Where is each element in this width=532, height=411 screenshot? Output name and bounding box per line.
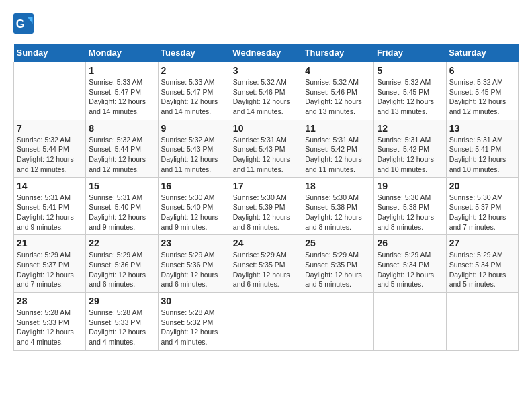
day-info: Sunrise: 5:29 AMSunset: 5:36 PMDaylight:… — [89, 250, 154, 289]
calendar-cell — [14, 62, 86, 120]
day-info: Sunrise: 5:30 AMSunset: 5:38 PMDaylight:… — [377, 193, 443, 232]
day-info: Sunrise: 5:33 AMSunset: 5:47 PMDaylight:… — [161, 77, 227, 117]
calendar-cell: 5Sunrise: 5:32 AMSunset: 5:45 PMDaylight… — [374, 62, 446, 120]
calendar-cell: 19Sunrise: 5:30 AMSunset: 5:38 PMDayligh… — [374, 177, 446, 235]
day-info: Sunrise: 5:33 AMSunset: 5:47 PMDaylight:… — [89, 77, 154, 117]
calendar-cell — [302, 293, 374, 351]
day-number: 28 — [17, 295, 83, 306]
day-number: 19 — [377, 181, 443, 191]
calendar-header-saturday: Saturday — [446, 44, 518, 62]
logo: G — [13, 13, 36, 34]
day-info: Sunrise: 5:30 AMSunset: 5:37 PMDaylight:… — [449, 193, 515, 232]
calendar-cell: 29Sunrise: 5:28 AMSunset: 5:33 PMDayligh… — [86, 293, 158, 351]
day-number: 24 — [233, 238, 299, 248]
day-info: Sunrise: 5:30 AMSunset: 5:39 PMDaylight:… — [233, 193, 299, 232]
calendar-week-row: 14Sunrise: 5:31 AMSunset: 5:41 PMDayligh… — [14, 177, 519, 235]
day-number: 30 — [161, 295, 227, 306]
day-info: Sunrise: 5:32 AMSunset: 5:45 PMDaylight:… — [449, 77, 515, 117]
day-info: Sunrise: 5:29 AMSunset: 5:34 PMDaylight:… — [377, 250, 443, 289]
day-number: 10 — [233, 123, 299, 134]
calendar-cell: 13Sunrise: 5:31 AMSunset: 5:41 PMDayligh… — [446, 120, 518, 177]
day-info: Sunrise: 5:30 AMSunset: 5:40 PMDaylight:… — [161, 193, 227, 232]
day-number: 22 — [89, 238, 154, 248]
day-number: 11 — [305, 123, 371, 134]
calendar-header-monday: Monday — [86, 44, 158, 62]
calendar-cell: 22Sunrise: 5:29 AMSunset: 5:36 PMDayligh… — [86, 235, 158, 293]
day-number: 4 — [305, 65, 371, 76]
calendar-cell: 30Sunrise: 5:28 AMSunset: 5:32 PMDayligh… — [158, 293, 230, 351]
day-info: Sunrise: 5:29 AMSunset: 5:36 PMDaylight:… — [161, 250, 227, 289]
day-number: 25 — [305, 238, 371, 248]
day-number: 13 — [449, 123, 515, 134]
day-info: Sunrise: 5:28 AMSunset: 5:33 PMDaylight:… — [89, 308, 154, 347]
day-info: Sunrise: 5:31 AMSunset: 5:42 PMDaylight:… — [377, 135, 443, 175]
calendar-cell: 6Sunrise: 5:32 AMSunset: 5:45 PMDaylight… — [446, 62, 518, 120]
day-info: Sunrise: 5:31 AMSunset: 5:42 PMDaylight:… — [305, 135, 371, 175]
calendar-header-row: SundayMondayTuesdayWednesdayThursdayFrid… — [14, 44, 519, 62]
calendar-cell: 25Sunrise: 5:29 AMSunset: 5:35 PMDayligh… — [302, 235, 374, 293]
day-number: 27 — [449, 238, 515, 248]
calendar-cell — [374, 293, 446, 351]
day-number: 23 — [161, 238, 227, 248]
day-info: Sunrise: 5:32 AMSunset: 5:43 PMDaylight:… — [161, 135, 227, 175]
day-info: Sunrise: 5:29 AMSunset: 5:34 PMDaylight:… — [449, 250, 515, 289]
day-info: Sunrise: 5:31 AMSunset: 5:41 PMDaylight:… — [449, 135, 515, 175]
calendar-cell: 10Sunrise: 5:31 AMSunset: 5:43 PMDayligh… — [230, 120, 302, 177]
day-number: 9 — [161, 123, 227, 134]
day-number: 3 — [233, 65, 299, 76]
calendar-cell: 11Sunrise: 5:31 AMSunset: 5:42 PMDayligh… — [302, 120, 374, 177]
day-number: 15 — [89, 181, 154, 191]
calendar-week-row: 28Sunrise: 5:28 AMSunset: 5:33 PMDayligh… — [14, 293, 519, 351]
day-info: Sunrise: 5:29 AMSunset: 5:35 PMDaylight:… — [233, 250, 299, 289]
calendar-week-row: 1Sunrise: 5:33 AMSunset: 5:47 PMDaylight… — [14, 62, 519, 120]
day-number: 12 — [377, 123, 443, 134]
calendar-header-friday: Friday — [374, 44, 446, 62]
day-info: Sunrise: 5:32 AMSunset: 5:46 PMDaylight:… — [233, 77, 299, 117]
calendar-cell: 20Sunrise: 5:30 AMSunset: 5:37 PMDayligh… — [446, 177, 518, 235]
day-info: Sunrise: 5:29 AMSunset: 5:35 PMDaylight:… — [305, 250, 371, 289]
calendar-cell: 28Sunrise: 5:28 AMSunset: 5:33 PMDayligh… — [14, 293, 86, 351]
day-number: 1 — [89, 65, 154, 76]
calendar-cell: 8Sunrise: 5:32 AMSunset: 5:44 PMDaylight… — [86, 120, 158, 177]
calendar-cell: 26Sunrise: 5:29 AMSunset: 5:34 PMDayligh… — [374, 235, 446, 293]
calendar-cell: 15Sunrise: 5:31 AMSunset: 5:40 PMDayligh… — [86, 177, 158, 235]
day-number: 6 — [449, 65, 515, 76]
calendar-cell: 16Sunrise: 5:30 AMSunset: 5:40 PMDayligh… — [158, 177, 230, 235]
day-number: 16 — [161, 181, 227, 191]
calendar-cell: 27Sunrise: 5:29 AMSunset: 5:34 PMDayligh… — [446, 235, 518, 293]
calendar-cell: 18Sunrise: 5:30 AMSunset: 5:38 PMDayligh… — [302, 177, 374, 235]
day-number: 29 — [89, 295, 154, 306]
calendar-header-tuesday: Tuesday — [158, 44, 230, 62]
day-info: Sunrise: 5:30 AMSunset: 5:38 PMDaylight:… — [305, 193, 371, 232]
day-info: Sunrise: 5:32 AMSunset: 5:45 PMDaylight:… — [377, 77, 443, 117]
day-info: Sunrise: 5:31 AMSunset: 5:41 PMDaylight:… — [17, 193, 83, 232]
day-info: Sunrise: 5:28 AMSunset: 5:33 PMDaylight:… — [17, 308, 83, 347]
svg-text:G: G — [16, 17, 25, 30]
top-area: G — [13, 13, 519, 37]
calendar-header-thursday: Thursday — [302, 44, 374, 62]
calendar-table: SundayMondayTuesdayWednesdayThursdayFrid… — [13, 44, 519, 351]
day-number: 7 — [17, 123, 83, 134]
day-number: 8 — [89, 123, 154, 134]
calendar-cell: 23Sunrise: 5:29 AMSunset: 5:36 PMDayligh… — [158, 235, 230, 293]
day-info: Sunrise: 5:31 AMSunset: 5:43 PMDaylight:… — [233, 135, 299, 175]
calendar-week-row: 21Sunrise: 5:29 AMSunset: 5:37 PMDayligh… — [14, 235, 519, 293]
day-number: 2 — [161, 65, 227, 76]
day-info: Sunrise: 5:29 AMSunset: 5:37 PMDaylight:… — [17, 250, 83, 289]
calendar-cell: 3Sunrise: 5:32 AMSunset: 5:46 PMDaylight… — [230, 62, 302, 120]
generalblue-icon: G — [13, 13, 34, 34]
calendar-cell: 4Sunrise: 5:32 AMSunset: 5:46 PMDaylight… — [302, 62, 374, 120]
day-number: 26 — [377, 238, 443, 248]
calendar-cell: 9Sunrise: 5:32 AMSunset: 5:43 PMDaylight… — [158, 120, 230, 177]
calendar-header-sunday: Sunday — [14, 44, 86, 62]
day-number: 20 — [449, 181, 515, 191]
calendar-cell — [230, 293, 302, 351]
calendar-cell: 2Sunrise: 5:33 AMSunset: 5:47 PMDaylight… — [158, 62, 230, 120]
calendar-cell: 17Sunrise: 5:30 AMSunset: 5:39 PMDayligh… — [230, 177, 302, 235]
calendar-cell: 7Sunrise: 5:32 AMSunset: 5:44 PMDaylight… — [14, 120, 86, 177]
day-number: 18 — [305, 181, 371, 191]
day-info: Sunrise: 5:28 AMSunset: 5:32 PMDaylight:… — [161, 308, 227, 347]
day-number: 21 — [17, 238, 83, 248]
day-number: 14 — [17, 181, 83, 191]
calendar-cell: 1Sunrise: 5:33 AMSunset: 5:47 PMDaylight… — [86, 62, 158, 120]
